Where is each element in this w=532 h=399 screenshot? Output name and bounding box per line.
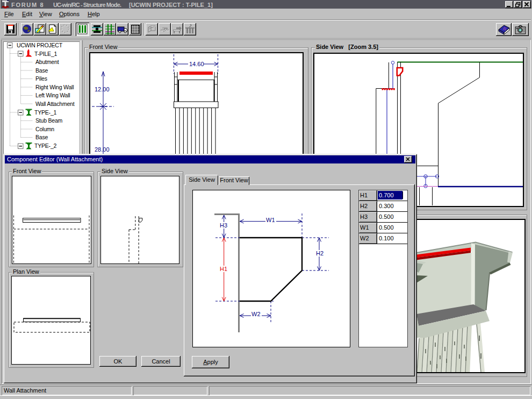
svg-text:Wall Attachment: Wall Attachment bbox=[35, 101, 75, 107]
svg-text:TYPE-_1: TYPE-_1 bbox=[34, 109, 57, 116]
svg-text:Column: Column bbox=[35, 126, 54, 132]
svg-text:Base: Base bbox=[35, 134, 48, 140]
svg-text:Base: Base bbox=[35, 67, 48, 74]
svg-text:H1: H1 bbox=[220, 266, 227, 272]
svg-text:UCWIN PROJECT: UCWIN PROJECT bbox=[17, 42, 63, 48]
svg-text:14.60: 14.60 bbox=[189, 61, 204, 67]
svg-text:Left Wing Wall: Left Wing Wall bbox=[35, 92, 70, 98]
svg-text:W2: W2 bbox=[251, 311, 261, 317]
svg-text:H2: H2 bbox=[316, 250, 323, 256]
svg-text:T-PILE_1: T-PILE_1 bbox=[34, 51, 57, 57]
svg-text:Piles: Piles bbox=[35, 75, 47, 82]
svg-text:Abutment: Abutment bbox=[35, 59, 59, 65]
svg-text:H3: H3 bbox=[220, 222, 227, 229]
svg-text:12.00: 12.00 bbox=[95, 86, 110, 92]
svg-text:Stub Beam: Stub Beam bbox=[35, 117, 63, 124]
svg-text:W1: W1 bbox=[266, 217, 275, 223]
svg-text:Right Wing Wall: Right Wing Wall bbox=[35, 84, 74, 90]
svg-text:TYPE-_2: TYPE-_2 bbox=[34, 142, 57, 149]
svg-text:28.00: 28.00 bbox=[95, 146, 110, 153]
